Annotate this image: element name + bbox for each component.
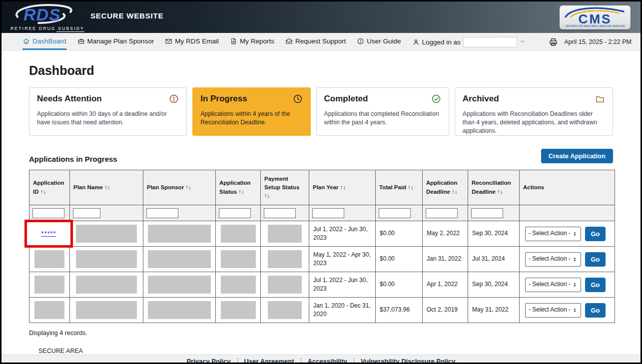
- masthead: RDS Retiree Drug Subsidy SECURE WEBSITE …: [1, 1, 641, 33]
- footer-separator: [237, 358, 238, 364]
- filter-plan-sponsor-input[interactable]: [146, 208, 178, 218]
- total-paid-cell: $37,073.96: [376, 298, 423, 323]
- filter-application-id-input[interactable]: [32, 208, 64, 218]
- table-header-row: Application ID ↑↓ Plan Name ↑↓ Plan Spon…: [29, 170, 615, 205]
- select-action-dropdown[interactable]: - Select Action -: [525, 303, 581, 318]
- col-application-status[interactable]: Application Status ↑↓: [216, 170, 261, 205]
- col-application-deadline[interactable]: Application Deadline ↑↓: [423, 170, 468, 205]
- top-navigation: DashBoard Manage Plan Sponsor My RDS Ema…: [1, 33, 641, 50]
- folder-icon: [595, 94, 605, 106]
- create-application-button[interactable]: Create Application: [541, 149, 613, 163]
- chevron-down-icon[interactable]: [520, 38, 526, 46]
- filter-application-deadline-input[interactable]: [426, 208, 458, 218]
- application-deadline-cell: May 2, 2022: [423, 221, 468, 247]
- plan-year-cell: Jul 1, 2022 - Jun 30, 2023: [309, 221, 376, 247]
- go-button[interactable]: Go: [585, 227, 606, 241]
- sort-arrows-icon: ↑↓: [238, 189, 244, 195]
- reconciliation-deadline-cell: May 31, 2022: [468, 298, 520, 323]
- spinner-arrows-icon: [572, 257, 578, 262]
- redacted-payment-setup-status: [268, 276, 302, 294]
- table-row: Jan 1, 2020 - Dec 31, 2020 $37,073.96 Oc…: [29, 298, 615, 323]
- total-paid-cell: $0.00: [376, 272, 423, 298]
- application-deadline-cell: Oct 2, 2019: [423, 298, 468, 323]
- col-plan-name[interactable]: Plan Name ↑↓: [70, 170, 143, 205]
- footer: Privacy Policy User Agreement Accessibil…: [1, 355, 641, 364]
- redacted-plan-sponsor: [148, 276, 211, 294]
- application-deadline-cell: Apr 1, 2022: [423, 272, 468, 298]
- report-icon: [230, 37, 237, 45]
- card-in-progress[interactable]: In Progress Applications within 4 years …: [192, 87, 310, 136]
- sort-arrows-icon: ↑↓: [452, 189, 458, 195]
- plan-year-cell: Jan 1, 2020 - Dec 31, 2020: [309, 298, 376, 323]
- secure-area: SECURE AREA: [29, 348, 613, 355]
- nav-dashboard[interactable]: DashBoard: [22, 33, 66, 50]
- person-icon: [412, 38, 420, 46]
- nav-manage-plan-sponsor[interactable]: Manage Plan Sponsor: [77, 33, 154, 50]
- check-circle-icon: [431, 94, 441, 106]
- filter-plan-year-input[interactable]: [312, 208, 344, 218]
- footer-user-agreement-link[interactable]: User Agreement: [244, 358, 294, 364]
- table-row: ***** Jul 1, 2022 - Jun 30, 2023 $0.00 M…: [29, 221, 615, 247]
- filter-total-paid-input[interactable]: [379, 208, 411, 218]
- nav-request-support[interactable]: Request Support: [285, 33, 346, 50]
- col-payment-setup-status[interactable]: Payment Setup Status ↑↓: [261, 170, 309, 205]
- go-button[interactable]: Go: [585, 303, 606, 318]
- redacted-application-status: [221, 250, 256, 268]
- nav-my-reports[interactable]: My Reports: [230, 33, 274, 50]
- col-reconciliation-deadline[interactable]: Reconciliation Deadline ↑↓: [468, 170, 520, 205]
- filter-plan-name-input[interactable]: [73, 208, 100, 218]
- spinner-arrows-icon: [572, 308, 578, 313]
- lock-icon: [29, 348, 36, 355]
- col-plan-sponsor[interactable]: Plan Sponsor ↑↓: [143, 170, 216, 205]
- filter-reconciliation-deadline-input[interactable]: [471, 208, 503, 218]
- reconciliation-deadline-cell: Sep 30, 2024: [468, 221, 520, 247]
- sort-arrows-icon: ↑↓: [185, 184, 191, 190]
- col-application-id[interactable]: Application ID ↑↓: [29, 170, 70, 205]
- redacted-application-status: [221, 276, 256, 294]
- filter-application-status-input[interactable]: [219, 208, 251, 218]
- redacted-plan-name: [76, 225, 137, 243]
- secure-area-label: SECURE AREA: [38, 348, 83, 355]
- record-count: Displaying 4 records.: [29, 330, 613, 337]
- redacted-payment-setup-status: [268, 250, 302, 268]
- nav-user-guide[interactable]: User Guide: [357, 33, 401, 50]
- nav-my-rds-email[interactable]: My RDS Email: [165, 33, 219, 50]
- sort-arrows-icon: ↑↓: [340, 184, 346, 190]
- sort-arrows-icon: ↑↓: [40, 189, 46, 195]
- logged-in-as: Logged in as: [412, 33, 526, 50]
- table-row: Jul 1, 2022 - Jun 30, 2023 $0.00 Apr 1, …: [29, 272, 615, 298]
- footer-accessibility-link[interactable]: Accessibility: [308, 358, 348, 364]
- spinner-arrows-icon: [572, 282, 578, 288]
- site-title: SECURE WEBSITE: [90, 11, 163, 20]
- go-button[interactable]: Go: [585, 278, 606, 292]
- redacted-application-id: [34, 276, 64, 294]
- highlight-annotation: *****: [24, 220, 73, 248]
- card-archived[interactable]: Archived Applications with Reconciliatio…: [455, 87, 613, 136]
- sort-arrows-icon: ↑↓: [264, 193, 270, 199]
- footer-privacy-policy-link[interactable]: Privacy Policy: [186, 358, 230, 364]
- envelope-icon: [165, 37, 172, 45]
- footer-separator: [354, 358, 354, 364]
- go-button[interactable]: Go: [585, 252, 606, 267]
- printer-icon[interactable]: [549, 37, 558, 47]
- col-total-paid[interactable]: Total Paid ↑↓: [376, 170, 423, 205]
- redacted-plan-sponsor: [148, 225, 211, 243]
- clock-icon: [293, 94, 303, 106]
- main-content: Dashboard Needs Attention Applications w…: [1, 50, 641, 355]
- application-id-link[interactable]: *****: [41, 229, 56, 239]
- applications-heading: Applications in Progress: [29, 155, 117, 163]
- select-action-dropdown[interactable]: - Select Action -: [525, 278, 581, 292]
- col-plan-year[interactable]: Plan Year ↑↓: [309, 170, 376, 205]
- spinner-arrows-icon: [572, 231, 578, 237]
- footer-vulnerability-disclosure-link[interactable]: Vulnerability Disclosure Policy: [361, 358, 456, 364]
- redacted-application-status: [221, 225, 256, 243]
- col-actions: Actions: [520, 170, 615, 205]
- select-action-dropdown[interactable]: - Select Action -: [525, 227, 581, 241]
- filter-payment-setup-status-input[interactable]: [264, 208, 296, 218]
- cms-logo: CMS CENTERS FOR MEDICARE & MEDICAID SERV…: [560, 5, 631, 29]
- select-action-dropdown[interactable]: - Select Action -: [525, 252, 581, 267]
- card-completed[interactable]: Completed Applications that completed Re…: [316, 87, 449, 136]
- sort-arrows-icon: ↑↓: [497, 189, 503, 195]
- card-needs-attention[interactable]: Needs Attention Applications within 30 d…: [29, 87, 187, 136]
- logged-in-user-select[interactable]: [463, 37, 517, 47]
